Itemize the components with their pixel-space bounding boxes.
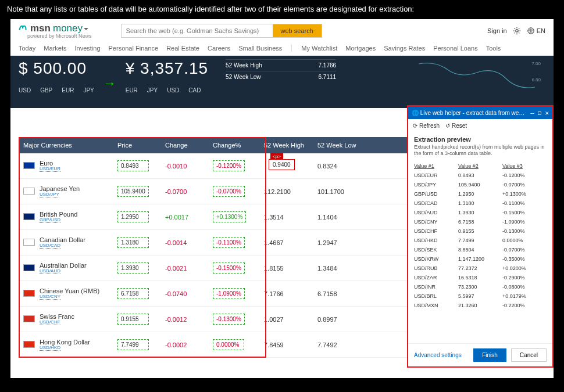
search-input[interactable]: [122, 24, 273, 37]
changepct-cell[interactable]: -0.1500%: [213, 262, 245, 274]
svg-point-0: [516, 30, 518, 32]
52high-cell: 1.8155: [260, 265, 314, 272]
changepct-cell[interactable]: -0.1300%: [213, 314, 245, 325]
col-3: Value #3: [502, 163, 547, 169]
extraction-row[interactable]: USD/ZAR16.5318-0.2900%: [414, 273, 547, 282]
extraction-row[interactable]: USD/CHF0.9155-0.1300%: [414, 226, 547, 236]
extraction-row[interactable]: USD/JPY105.9400-0.0700%: [414, 180, 547, 189]
currency-pair[interactable]: USD/EUR: [40, 167, 60, 172]
sign-in-link[interactable]: Sign in: [487, 27, 507, 34]
currency-pair[interactable]: USD/HKD: [40, 346, 60, 351]
currency-name: Canadian Dollar: [40, 236, 85, 243]
price-cell[interactable]: 7.7499: [117, 339, 149, 350]
globe-icon: [527, 27, 535, 35]
price-cell[interactable]: 0.8493: [117, 160, 149, 171]
extraction-row[interactable]: USD/MXN21.3260-0.2200%: [414, 301, 547, 310]
hero-tab-eur[interactable]: EUR: [126, 87, 138, 93]
extraction-row[interactable]: USD/BRL5.5997+0.0179%: [414, 292, 547, 301]
hero-tab-jpy[interactable]: JPY: [147, 87, 158, 93]
brand[interactable]: msnmoney: [19, 23, 92, 34]
price-cell[interactable]: 1.3180: [117, 237, 149, 248]
nav-markets[interactable]: Markets: [44, 45, 66, 52]
extraction-row[interactable]: USD/RUB77.2372+0.0200%: [414, 264, 547, 273]
nav-personal-finance[interactable]: Personal Finance: [109, 45, 159, 52]
currency-pair[interactable]: USD/CHF: [40, 320, 60, 326]
hero-tab-cad[interactable]: CAD: [188, 87, 201, 93]
currency-pair[interactable]: GBP/USD: [40, 218, 60, 224]
page-caption: Note that any lists or tables of data wi…: [0, 0, 564, 17]
nav-tools[interactable]: Tools: [486, 45, 501, 52]
reset-button[interactable]: ↺Reset: [445, 123, 467, 129]
gear-icon[interactable]: [513, 27, 521, 35]
hero-tab-eur[interactable]: EUR: [62, 87, 74, 93]
extraction-row[interactable]: USD/SEK8.8504-0.0700%: [414, 245, 547, 254]
nav-mortgages[interactable]: Mortgages: [345, 45, 376, 52]
currency-name: Japanese Yen: [40, 185, 80, 192]
price-cell[interactable]: 1.3930: [117, 262, 149, 274]
search-box: web search: [121, 24, 322, 38]
currency-pair[interactable]: USD/CNY: [40, 294, 60, 300]
nav-today[interactable]: Today: [19, 45, 35, 52]
chevron-down-icon: [84, 28, 88, 33]
language-switch[interactable]: EN: [527, 27, 545, 35]
helper-body: Extraction preview Extract handpicked re…: [408, 132, 552, 343]
extraction-row[interactable]: USD/CAD1.3180-0.1100%: [414, 199, 547, 208]
web-search-button[interactable]: web search: [273, 24, 322, 37]
refresh-button[interactable]: ⟳Refresh: [413, 123, 440, 129]
changepct-cell[interactable]: -0.1200%: [213, 160, 245, 171]
extraction-row[interactable]: USD/INR73.2300-0.0800%: [414, 282, 547, 292]
cancel-button[interactable]: Cancel: [511, 348, 547, 362]
advanced-settings-link[interactable]: Advanced settings: [414, 352, 462, 358]
price-cell[interactable]: 0.9155: [117, 314, 149, 325]
changepct-cell[interactable]: -0.1100%: [213, 237, 245, 248]
currency-name: Euro: [40, 160, 60, 167]
price-cell[interactable]: 105.9400: [117, 186, 149, 197]
hero-tab-usd[interactable]: USD: [167, 87, 179, 93]
hero-right-tabs: EURJPYUSDCAD: [126, 87, 208, 93]
flag-icon: [23, 188, 35, 195]
52low-cell: 101.1700: [314, 188, 367, 195]
52low-cell: 1.2947: [314, 239, 367, 246]
arrow-right-icon: →: [103, 76, 116, 91]
hero-right-value: ¥ 3,357.15: [126, 59, 208, 78]
nav-my-watchlist[interactable]: My Watchlist: [301, 45, 337, 52]
changepct-cell[interactable]: -1.0900%: [213, 288, 245, 299]
helper-titlebar[interactable]: 🌐 Live web helper - extract data from we…: [408, 106, 552, 119]
changepct-cell[interactable]: +0.1300%: [213, 211, 246, 222]
hero-tab-usd[interactable]: USD: [19, 87, 31, 93]
currency-pair[interactable]: USD/CAD: [40, 243, 60, 249]
top-bar: msnmoney powered by Microsoft News web s…: [10, 19, 554, 39]
hero-sparkline: 7.006.80: [419, 58, 547, 93]
extraction-row[interactable]: USD/EUR0.8493-0.1200%: [414, 171, 547, 180]
finish-button[interactable]: Finish: [473, 348, 506, 362]
powered-by-label: powered by Microsoft News: [27, 33, 92, 39]
price-cell[interactable]: 6.7158: [117, 288, 149, 299]
nav-investing[interactable]: Investing: [74, 45, 100, 52]
change-cell: -0.0010: [165, 163, 213, 170]
changepct-cell[interactable]: -0.0700%: [213, 186, 245, 197]
hero-stats: 52 Week High7.176652 Week Low6.7111: [226, 59, 336, 108]
close-icon[interactable]: ✕: [545, 109, 549, 117]
nav-small-business[interactable]: Small Business: [238, 45, 282, 52]
hero-tab-gbp[interactable]: GBP: [40, 87, 52, 93]
nav-real-estate[interactable]: Real Estate: [166, 45, 199, 52]
changepct-cell[interactable]: 0.0000%: [213, 339, 244, 350]
element-highlight-value: 0.9400: [269, 159, 295, 170]
currency-name: Australian Dollar: [40, 262, 87, 269]
currency-pair[interactable]: USD/AUD: [40, 269, 60, 275]
extraction-row[interactable]: USD/KRW1,147.1200-0.3500%: [414, 254, 547, 264]
nav-personal-loans[interactable]: Personal Loans: [433, 45, 477, 52]
nav-careers[interactable]: Careers: [208, 45, 230, 52]
extraction-row[interactable]: GBP/USD1.2950+0.1300%: [414, 189, 547, 199]
minimize-icon[interactable]: —: [530, 109, 534, 117]
price-cell[interactable]: 1.2950: [117, 211, 149, 222]
nav-savings-rates[interactable]: Savings Rates: [384, 45, 425, 52]
extraction-row[interactable]: USD/HKD7.74990.0000%: [414, 236, 547, 245]
extraction-row[interactable]: USD/AUD1.3930-0.1500%: [414, 208, 547, 217]
hero-tab-jpy[interactable]: JPY: [83, 87, 94, 93]
52low-cell: 7.7492: [314, 341, 367, 348]
extraction-row[interactable]: USD/CNY6.7158-1.0900%: [414, 217, 547, 226]
flag-icon: [23, 264, 35, 271]
maximize-icon[interactable]: ◻: [538, 109, 542, 117]
currency-pair[interactable]: USD/JPY: [40, 192, 59, 198]
